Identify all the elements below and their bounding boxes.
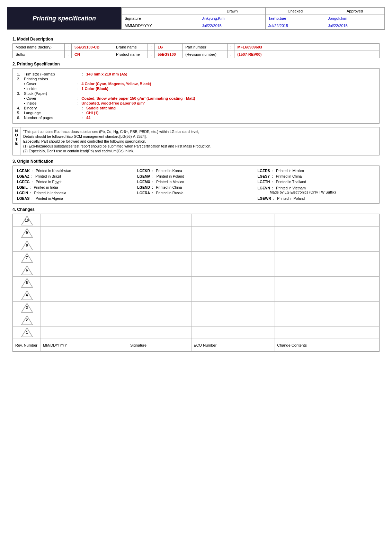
triangle-badge-8: 8 [21,240,33,251]
spec-num-1: 1. [17,72,24,76]
spec-spacer-inside [36,87,74,91]
spec-row-cover-stock: • Cover : Coated, Snow white paper 150 g… [17,96,375,100]
document-wrapper: Printing specification Drawn Checked App… [7,7,385,359]
approval-col-empty [122,8,199,15]
change-sig-5 [128,277,191,289]
change-eco-5 [191,277,275,289]
table-row: 4 [13,289,379,302]
triangle-badge-5: 5 [21,278,33,288]
section3-title: 3. Origin Notification [12,159,380,164]
change-content-7 [275,252,379,264]
spec-colon-is: : [74,101,81,105]
spec-colon-trim: : [79,72,86,76]
spec-row-inside-stock: • Inside : Uncoated, wood-free paper 60 … [17,101,375,105]
origin-row-4: LGEIL : Printed in India LGEND : Printed… [16,185,376,190]
spec-row-stock-header: 3. Stock (Paper) [17,91,375,96]
approval-date-checked: Jul/22/2015 [265,22,325,29]
model-table: Model name (factory) : 55EG9100-CB Brand… [12,43,380,58]
model-colon-6: : [228,51,234,58]
origin-cell-lgeak: LGEAK : Printed in Kazakhstan [16,168,136,173]
note-line-1: "This part contains Eco-hazardous substa… [23,129,376,134]
change-content-6 [275,264,379,277]
origin-cell-empty [136,196,256,201]
change-date-9 [41,227,128,239]
note-content: "This part contains Eco-hazardous substa… [20,127,379,155]
model-colon-5: : [148,51,155,58]
origin-cell-lgeil: LGEIL : Printed in India [16,185,136,190]
spec-colon-pages: : [79,116,86,120]
footer-eco-number: ECO Number [191,339,275,351]
approval-col-drawn: Drawn [199,8,266,15]
spec-row-inside-color: • Inside : 1 Color (Black) [17,87,375,91]
rev-cell-7: 7 [13,252,41,264]
origin-cell-lgewr: LGEWR : Printed in Poland [256,196,376,201]
model-label-revision: (Revision number) [182,51,228,58]
change-sig-10 [128,214,191,227]
change-date-10 [41,214,128,227]
triangle-badge-4: 4 [21,290,33,301]
spec-colon-inside: : [74,87,81,91]
origin-cell-lgemx: LGEMX : Printed in Mexico [136,179,256,185]
table-row: 7 [13,252,379,264]
footer-signature: Signature [128,339,191,351]
section4-title: 4. Changes [12,207,380,212]
spec-label-stock: Stock (Paper) [24,91,79,96]
approval-col-approved: Approved [325,8,384,15]
change-eco-3 [191,302,275,314]
note-label: N O T E [13,127,20,155]
triangle-badge-7: 7 [21,253,33,263]
origin-row-3: LGEEG : Printed in Egypt LGEMX : Printed… [16,179,376,185]
spec-num-3: 3. [17,91,24,96]
rev-number-7: 7 [26,256,28,260]
spec-bullet-cover: • Cover [24,82,36,86]
approval-sig-drawn: Jinkyung.Kim [199,15,266,22]
model-row-2: Suffix : CN Product name : 55EG9100 (Rev… [13,51,380,58]
change-date-6 [41,264,128,277]
model-colon-3: : [228,44,234,51]
changes-table: 10 9 [13,214,379,351]
spec-label-bindery: Bindery [24,106,79,110]
spec-value-cover: 4 Color (Cyan, Magenta, Yellow, Black) [81,82,151,86]
origin-row-1: LGEAK : Printed in Kazakhstan LGEKR : Pr… [16,168,376,173]
note-line-4: (1) Eco-hazardous substances test report… [23,144,376,148]
rev-number-2: 2 [26,318,28,322]
table-row: 1 [13,327,379,339]
model-value-brand: LG [155,44,182,51]
spec-value-language: CHI (1) [86,111,98,115]
spec-num-cs [17,96,24,100]
triangle-badge-10: 10 [21,215,33,226]
origin-row-2: LGEAZ : Printed in Brazil LGEMA : Printe… [16,173,376,179]
approval-date-approved: Jul/22/2015 [325,22,384,29]
spec-value-pages: 44 [86,116,90,120]
origin-cell-lgera: LGERA : Printed in Russia [136,190,256,196]
triangle-badge-2: 2 [21,315,33,325]
model-colon-1: : [65,44,72,51]
spec-row-bindery: 4. Bindery : Saddle stitching [17,106,375,110]
model-label-brand: Brand name [113,44,148,51]
spec-num-cover [17,82,24,86]
table-row: 10 [13,214,379,227]
table-row: 5 [13,277,379,289]
rev-number-9: 9 [26,231,28,235]
spec-value-trim: 148 mm x 210 mm (A5) [86,72,127,76]
spec-bullet-cs: • Cover [24,96,36,100]
rev-cell-4: 4 [13,289,41,302]
approval-sig-checked: Taeho.bae [265,15,325,22]
spec-row-trim: 1. Trim size (Format) : 148 mm x 210 mm … [17,72,375,76]
rev-number-1: 1 [26,331,28,334]
rev-cell-8: 8 [13,239,41,252]
spec-num-6: 6. [17,116,24,120]
change-date-7 [41,252,128,264]
approval-sig-approved: Jongok.kim [325,15,384,22]
table-row: 9 [13,227,379,239]
spec-colon-bindery: : [79,106,86,110]
note-line-2: Details should be followed Eco-SCM manag… [23,134,376,138]
change-sig-6 [128,264,191,277]
change-sig-4 [128,289,191,302]
model-value-suffix: CN [72,51,113,58]
change-sig-9 [128,227,191,239]
rev-cell-2: 2 [13,314,41,327]
spec-value-bindery: Saddle stitching [86,106,116,110]
change-content-8 [275,239,379,252]
spec-row-cover-color: • Cover : 4 Color (Cyan, Magenta, Yellow… [17,82,375,86]
